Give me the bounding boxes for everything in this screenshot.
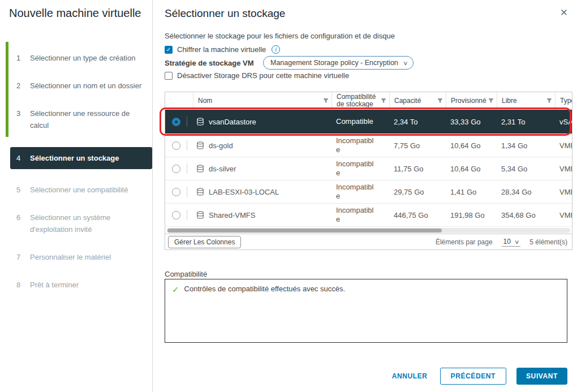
row-divider xyxy=(187,210,187,220)
datastore-icon xyxy=(196,141,204,149)
datastore-capacity: 2,34 To xyxy=(389,118,446,126)
step-label: Sélectionner une ressource de calcul xyxy=(30,107,145,131)
pagination-info: Éléments par page 10 ∨ 5 élément(s) xyxy=(436,237,567,247)
column-header[interactable]: Libre xyxy=(497,92,555,109)
column-header-label: Nom xyxy=(198,97,212,105)
encrypt-vm-label: Chiffrer la machine virtuelle xyxy=(177,45,266,54)
datastore-icon xyxy=(196,211,204,219)
sidebar-step-5[interactable]: 5 Sélectionner une compatibilité xyxy=(0,184,152,196)
datastore-row[interactable]: LAB-ESXI-03-LOCAL Incompatible 29,75 Go … xyxy=(165,180,572,203)
datastore-name: ds-silver xyxy=(209,165,236,173)
previous-button[interactable]: PRÉCÉDENT xyxy=(440,368,506,385)
step-label: Personnaliser le matériel xyxy=(30,251,111,263)
row-radio[interactable] xyxy=(172,211,180,219)
column-header[interactable]: Nom xyxy=(193,92,331,109)
step-number: 2 xyxy=(16,80,22,92)
datastore-icon xyxy=(196,165,204,173)
column-header-label: Compatibilité de stockage xyxy=(337,93,379,108)
row-divider xyxy=(187,140,187,150)
row-divider xyxy=(187,117,187,127)
column-header-label: Type xyxy=(560,97,572,105)
datastore-type: VMFS xyxy=(555,165,572,173)
filter-icon[interactable] xyxy=(323,98,329,104)
datastore-capacity: 446,75 Go xyxy=(389,211,446,219)
selection-column-header xyxy=(165,92,193,109)
datastore-capacity: 7,75 Go xyxy=(389,141,446,150)
datastore-name: LAB-ESXI-03-LOCAL xyxy=(209,188,279,196)
filter-icon[interactable] xyxy=(546,98,552,104)
column-header[interactable]: Type xyxy=(555,92,572,109)
disable-drs-label: Désactiver Storage DRS pour cette machin… xyxy=(177,71,349,80)
sidebar-step-1[interactable]: 1 Sélectionner un type de création xyxy=(0,52,152,64)
manage-columns-button[interactable]: Gérer Les Colonnes xyxy=(168,236,241,248)
sidebar-step-4[interactable]: 4 Sélectionner un stockage xyxy=(10,147,152,169)
step-label: Sélectionner un stockage xyxy=(30,152,119,164)
items-count: 5 élément(s) xyxy=(529,238,567,246)
step-number: 1 xyxy=(16,52,22,64)
datastore-row[interactable]: Shared-VMFS Incompatible 446,75 Go 191,9… xyxy=(165,203,572,226)
column-header-label: Capacité xyxy=(394,97,421,105)
datastore-free: 5,34 Go xyxy=(497,165,555,173)
datastore-table: Nom Compatibilité de stockage Capacité P… xyxy=(165,92,572,250)
row-radio[interactable] xyxy=(172,188,180,196)
cancel-button[interactable]: ANNULER xyxy=(390,368,430,385)
datastore-row[interactable]: vsanDatastore Compatible 2,34 To 33,33 G… xyxy=(165,109,572,133)
compatibility-label: Compatibilité xyxy=(165,270,207,278)
column-header[interactable]: Compatibilité de stockage xyxy=(331,92,389,109)
items-per-page-select[interactable]: 10 ∨ xyxy=(502,237,521,247)
vm-storage-policy-value: Management Storage policy - Encryption xyxy=(270,59,398,67)
datastore-type: VMFS xyxy=(555,141,572,150)
success-check-icon: ✓ xyxy=(172,285,179,294)
horizontal-scrollbar xyxy=(165,226,572,234)
datastore-provisioned: 1,41 Go xyxy=(446,188,497,196)
row-radio[interactable] xyxy=(172,165,180,173)
datastore-provisioned: 33,33 Go xyxy=(446,118,497,126)
sidebar-step-8[interactable]: 8 Prêt à terminer xyxy=(0,279,152,291)
step-number: 5 xyxy=(16,184,22,196)
filter-icon[interactable] xyxy=(488,98,494,104)
scrollbar-track[interactable] xyxy=(167,228,570,233)
datastore-name: Shared-VMFS xyxy=(209,211,255,219)
vm-storage-policy-select[interactable]: Management Storage policy - Encryption ∨ xyxy=(263,56,414,70)
storage-subtitle: Sélectionner le stockage pour les fichie… xyxy=(165,32,395,40)
sidebar-step-3[interactable]: 3 Sélectionner une ressource de calcul xyxy=(0,107,152,131)
filter-icon[interactable] xyxy=(381,98,386,104)
scrollbar-thumb[interactable] xyxy=(167,229,442,232)
sidebar-step-2[interactable]: 2 Sélectionner un nom et un dossier xyxy=(0,80,152,92)
encrypt-vm-checkbox[interactable]: ✓ xyxy=(165,46,173,54)
step-label: Sélectionner un système d'exploitation i… xyxy=(30,212,145,235)
column-header[interactable]: Provisionné xyxy=(446,92,497,109)
step-number: 6 xyxy=(16,212,22,235)
datastore-name: vsanDatastore xyxy=(209,118,256,126)
column-header[interactable]: Capacité xyxy=(389,92,446,109)
filter-icon[interactable] xyxy=(437,98,443,104)
items-per-page-value: 10 xyxy=(503,238,511,245)
chevron-down-icon: ∨ xyxy=(403,60,408,66)
encrypt-vm-row: ✓ Chiffrer la machine virtuelle i xyxy=(165,45,280,54)
column-header-label: Libre xyxy=(502,97,517,105)
next-button[interactable]: SUIVANT xyxy=(516,368,567,385)
close-icon[interactable]: ✕ xyxy=(560,8,568,18)
datastore-free: 28,34 Go xyxy=(497,188,555,196)
row-divider xyxy=(187,187,187,197)
datastore-compatibility: Incompatible xyxy=(331,157,389,180)
step-label: Sélectionner une compatibilité xyxy=(30,184,128,196)
sidebar-step-6[interactable]: 6 Sélectionner un système d'exploitation… xyxy=(0,212,152,235)
info-icon[interactable]: i xyxy=(272,45,280,54)
table-footer: Gérer Les Colonnes Éléments par page 10 … xyxy=(165,234,572,249)
row-divider xyxy=(187,163,187,174)
wizard-title: Nouvelle machine virtuelle xyxy=(9,6,145,21)
datastore-capacity: 29,75 Go xyxy=(389,188,446,196)
row-radio[interactable] xyxy=(172,141,180,150)
step-label: Sélectionner un type de création xyxy=(30,52,135,64)
wizard-steps: 1 Sélectionner un type de création 2 Sél… xyxy=(0,52,152,307)
vm-storage-policy-row: Stratégie de stockage VM Management Stor… xyxy=(165,56,414,70)
datastore-row[interactable]: ds-silver Incompatible 11,75 Go 10,64 Go… xyxy=(165,157,572,180)
disable-drs-checkbox[interactable] xyxy=(165,72,173,80)
datastore-row[interactable]: ds-gold Incompatible 7,75 Go 10,64 Go 1,… xyxy=(165,133,572,157)
datastore-icon xyxy=(196,118,204,126)
datastore-name: ds-gold xyxy=(209,141,233,150)
row-radio[interactable] xyxy=(172,118,180,126)
datastore-free: 2,31 To xyxy=(497,118,555,126)
sidebar-step-7[interactable]: 7 Personnaliser le matériel xyxy=(0,251,152,263)
